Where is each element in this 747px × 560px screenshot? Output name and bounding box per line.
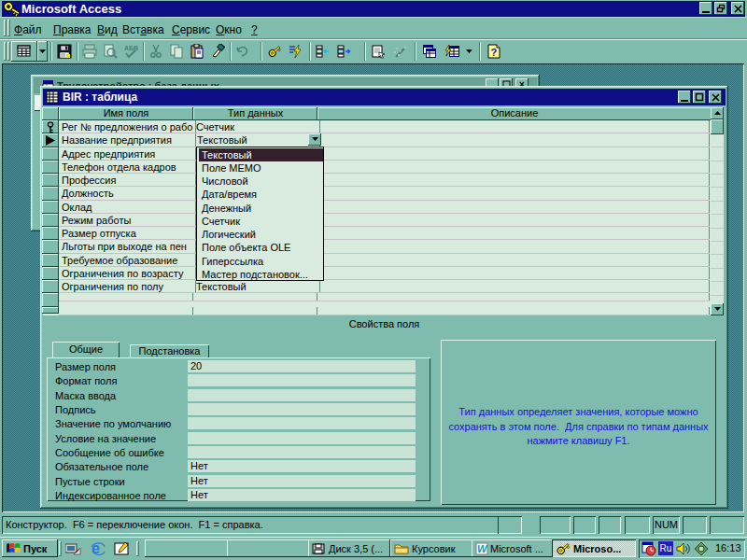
svg-text:?: ? — [491, 47, 498, 58]
svg-text:АБВ: АБВ — [124, 45, 138, 51]
svg-text:W: W — [477, 543, 488, 554]
